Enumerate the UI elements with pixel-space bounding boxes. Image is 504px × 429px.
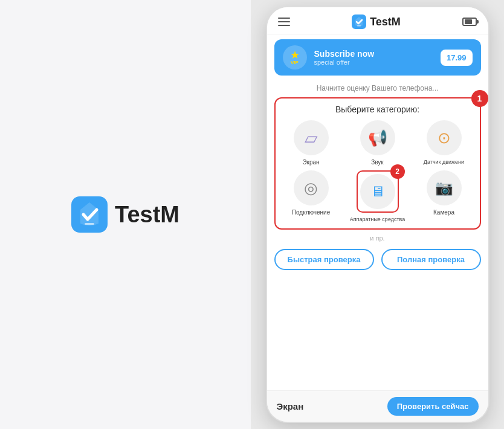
badge-1: 1 [471, 90, 488, 107]
hamburger-menu-button[interactable] [278, 18, 290, 26]
prompt-text: Начните оценку Вашего телефона... [274, 80, 481, 95]
subscribe-content: Subscribe now special offer [314, 49, 433, 66]
category-icon-motion: ⊙ [427, 120, 462, 155]
testm-logo-icon [71, 196, 108, 233]
category-icon-camera: 📷 [427, 170, 462, 205]
category-item-camera[interactable]: 📷 Камера [413, 170, 475, 222]
category-icon-hardware: 🖥 [360, 174, 395, 209]
badge-2: 2 [390, 164, 405, 179]
vip-badge-inner: ★ VIP [290, 50, 300, 65]
action-buttons: Быстрая проверка Полная проверка [274, 244, 481, 275]
category-label-sound: Звук [371, 159, 384, 166]
header-logo-text: TestM [370, 16, 401, 28]
category-item-hardware[interactable]: 2 🖥 Аппаратные средства [347, 170, 409, 222]
more-text: и пр. [274, 232, 481, 244]
hamburger-line-1 [278, 18, 290, 19]
category-item-sound[interactable]: 📢 Звук [347, 120, 409, 166]
subscribe-banner[interactable]: ★ VIP Subscribe now special offer 17.99 [274, 39, 481, 76]
right-panel: TestM ★ VIP Subscribe now special offer … [251, 0, 504, 429]
category-item-screen[interactable]: ▱ Экран [280, 120, 342, 166]
full-check-button[interactable]: Полная проверка [381, 249, 481, 270]
category-label-hardware: Аппаратные средства [350, 216, 405, 222]
category-label-motion: Датчик движени [424, 159, 464, 165]
svg-rect-3 [357, 25, 361, 27]
hamburger-line-3 [278, 25, 290, 26]
splash-logo: TestM [71, 196, 179, 233]
splash-logo-text: TestM [115, 202, 179, 228]
header-logo-icon [352, 15, 366, 29]
header-logo: TestM [352, 15, 401, 29]
vip-badge: ★ VIP [283, 45, 307, 69]
category-item-connection[interactable]: ◎ Подключение [280, 170, 342, 222]
category-section: 1 Выберите категорию: ▱ Экран 📢 Звук [274, 97, 481, 230]
vip-label: VIP [291, 60, 299, 65]
bottom-bar: Экран Проверить сейчас [267, 390, 488, 422]
category-label-camera: Камера [433, 209, 454, 216]
category-title: Выберите категорию: [280, 105, 475, 114]
phone-mockup: TestM ★ VIP Subscribe now special offer … [266, 6, 489, 423]
category-grid: ▱ Экран 📢 Звук ⊙ Датчик движени [280, 120, 475, 222]
star-icon: ★ [290, 50, 300, 60]
check-now-button[interactable]: Проверить сейчас [387, 397, 479, 416]
subscribe-title: Subscribe now [314, 49, 433, 59]
quick-check-button[interactable]: Быстрая проверка [274, 249, 374, 270]
price-badge[interactable]: 17.99 [441, 50, 473, 66]
category-icon-connection: ◎ [294, 170, 329, 205]
subscribe-subtitle: special offer [314, 59, 433, 66]
phone-header: TestM [267, 7, 488, 34]
category-icon-screen: ▱ [294, 120, 329, 155]
bottom-label: Экран [277, 401, 304, 411]
category-label-screen: Экран [302, 159, 319, 166]
category-item-motion[interactable]: ⊙ Датчик движени [413, 120, 475, 166]
splash-screen: TestM [0, 0, 251, 429]
svg-rect-1 [85, 223, 94, 225]
hamburger-line-2 [278, 21, 290, 22]
battery-icon [462, 18, 477, 26]
category-icon-sound: 📢 [360, 120, 395, 155]
category-label-connection: Подключение [292, 209, 330, 216]
category-item-selected-box: 2 🖥 [357, 170, 399, 213]
main-content: Начните оценку Вашего телефона... 1 Выбе… [267, 80, 488, 390]
